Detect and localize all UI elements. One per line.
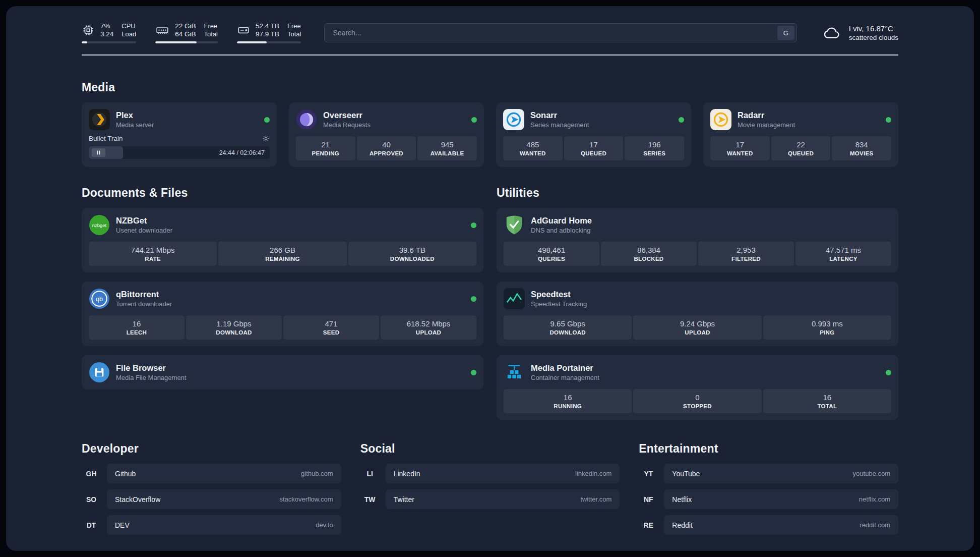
bookmark-row-youtube: YT YouTube youtube.com: [639, 464, 898, 483]
stat-download: 1.19 Gbps DOWNLOAD: [186, 315, 282, 340]
dashboard-panel: 7% CPU 3.24 Load 22 GiB Free 64 GiB Tota…: [6, 6, 974, 551]
disk-label-1: Free: [287, 22, 301, 30]
sonarr-card[interactable]: Sonarr Series management 485 WANTED 17 Q…: [496, 102, 691, 167]
topbar-divider: [82, 54, 898, 55]
stat-label: QUEUED: [773, 150, 829, 156]
card-titles: Radarr Movie management: [738, 110, 795, 129]
app-name: Radarr: [738, 110, 795, 120]
stat-label: DOWNLOAD: [506, 329, 630, 336]
app-name: Speedtest: [531, 290, 587, 299]
middle-columns: Documents & Files nzbget NZBGet Usenet d…: [82, 186, 898, 420]
bookmark-group-developer: Developer GH Github github.com SO StackO…: [82, 442, 341, 535]
bookmark-abbr: LI: [360, 470, 380, 478]
bookmark-link-github[interactable]: Github github.com: [107, 464, 341, 483]
player-progressbar[interactable]: 24:44 / 02:06:47: [89, 146, 270, 159]
stat-label: MOVIES: [834, 150, 889, 156]
stat-stopped: 0 STOPPED: [633, 389, 761, 413]
app-subtitle: DNS and adblocking: [531, 227, 592, 234]
weather-location: Lviv, 16.87°C: [849, 24, 898, 33]
bookmark-link-reddit[interactable]: Reddit reddit.com: [664, 515, 898, 535]
bookmark-url: reddit.com: [860, 521, 890, 529]
stat-movies: 834 MOVIES: [832, 136, 891, 160]
bookmark-row-github: GH Github github.com: [82, 464, 341, 483]
section-title-utilities: Utilities: [497, 186, 898, 200]
stat-value: 834: [834, 140, 889, 149]
stat-value: 16: [506, 393, 630, 402]
bookmark-name: DEV: [115, 521, 130, 529]
stat-approved: 40 APPROVED: [357, 136, 416, 160]
nzbget-icon: nzbget: [89, 214, 110, 236]
bookmark-list: LI LinkedIn linkedin.com TW Twitter twit…: [360, 464, 620, 509]
section-title-social: Social: [360, 442, 620, 456]
bookmark-url: github.com: [301, 470, 333, 477]
stat-remaining: 266 GB REMAINING: [218, 242, 346, 266]
bookmark-url: netflix.com: [859, 495, 890, 503]
stat-label: DOWNLOADED: [350, 256, 474, 262]
bookmark-url: dev.to: [316, 521, 333, 529]
card-titles: Overseerr Media Requests: [323, 110, 371, 129]
status-dot: [886, 117, 891, 123]
stat-value: 22: [773, 140, 829, 149]
stat-series: 196 SERIES: [625, 136, 684, 160]
portainer-icon: [504, 362, 525, 383]
bookmark-list: GH Github github.com SO StackOverflow st…: [82, 464, 341, 535]
overseerr-card[interactable]: Overseerr Media Requests 21 PENDING 40 A…: [289, 102, 484, 167]
cpu-label-1: CPU: [121, 22, 136, 30]
section-title-entertainment: Entertainment: [639, 442, 898, 456]
search-engine-button[interactable]: G: [777, 26, 794, 40]
stat-upload: 618.52 Mbps UPLOAD: [381, 315, 476, 340]
stats-row: 21 PENDING 40 APPROVED 945 AVAILABLE: [296, 136, 477, 160]
radarr-card[interactable]: Radarr Movie management 17 WANTED 22 QUE…: [703, 102, 898, 167]
bookmark-link-linkedin[interactable]: LinkedIn linkedin.com: [386, 464, 620, 483]
bookmark-row-dev: DT DEV dev.to: [82, 515, 341, 535]
file-browser-card[interactable]: File Browser Media File Management: [82, 355, 483, 389]
media-portainer-card[interactable]: Media Portainer Container management 16 …: [497, 355, 898, 420]
bookmark-link-netflix[interactable]: Netflix netflix.com: [664, 489, 898, 509]
status-dot: [471, 222, 476, 228]
bookmark-link-dev[interactable]: DEV dev.to: [107, 515, 341, 535]
bookmark-abbr: SO: [82, 495, 101, 504]
stat-label: PING: [765, 329, 889, 336]
cpu-value-1: 7%: [100, 22, 113, 30]
stat-label: WANTED: [712, 150, 768, 156]
app-name: Media Portainer: [531, 363, 599, 373]
stat-leech: 16 LEECH: [89, 315, 185, 340]
stat-wanted: 485 WANTED: [503, 136, 563, 160]
stats-row: 498,461 QUERIES 86,384 BLOCKED 2,953 FIL…: [504, 242, 891, 266]
stats-row: 485 WANTED 17 QUEUED 196 SERIES: [503, 136, 684, 160]
player-time: 24:44 / 02:06:47: [219, 149, 265, 156]
app-subtitle: Speedtest Tracking: [531, 300, 587, 308]
gear-icon[interactable]: [262, 135, 270, 142]
stat-label: UPLOAD: [635, 329, 759, 336]
overseerr-icon: [296, 109, 317, 130]
plex-icon: [89, 109, 110, 130]
stat-value: 471: [285, 319, 377, 328]
section-documents: Documents & Files nzbget NZBGet Usenet d…: [82, 186, 483, 389]
adguard-home-card[interactable]: AdGuard Home DNS and adblocking 498,461 …: [497, 208, 898, 272]
section-title-developer: Developer: [82, 442, 341, 456]
pause-button[interactable]: [92, 148, 105, 157]
stat-download: 9.65 Gbps DOWNLOAD: [504, 315, 632, 340]
card-header: Plex Media server: [89, 109, 270, 130]
now-playing-title: Bullet Train: [89, 135, 123, 142]
ram-metric: 22 GiB Free 64 GiB Total: [155, 22, 218, 43]
stat-label: DOWNLOAD: [188, 329, 280, 336]
stat-value: 0.993 ms: [765, 319, 889, 328]
search-input[interactable]: [324, 23, 797, 42]
bookmark-link-stackoverflow[interactable]: StackOverflow stackoverflow.com: [107, 489, 341, 509]
qbittorrent-icon: qb: [89, 288, 110, 309]
qbittorrent-card[interactable]: qb qBittorrent Torrent downloader 16 LEE…: [82, 282, 483, 346]
stat-value: 196: [627, 140, 682, 149]
bookmark-url: stackoverflow.com: [279, 495, 333, 503]
bookmark-link-youtube[interactable]: YouTube youtube.com: [664, 464, 898, 483]
window-frame: 7% CPU 3.24 Load 22 GiB Free 64 GiB Tota…: [0, 0, 980, 557]
ram-value-1: 22 GiB: [175, 22, 196, 30]
card-header: Speedtest Speedtest Tracking: [504, 288, 891, 309]
speedtest-card[interactable]: Speedtest Speedtest Tracking 9.65 Gbps D…: [497, 282, 898, 346]
bookmark-abbr: TW: [360, 495, 380, 504]
nzbget-card[interactable]: nzbget NZBGet Usenet downloader 744.21 M…: [82, 208, 483, 272]
stat-available: 945 AVAILABLE: [417, 136, 477, 160]
plex-card[interactable]: Plex Media server Bullet Train 24:44 / 0…: [82, 102, 277, 167]
bookmark-link-twitter[interactable]: Twitter twitter.com: [386, 489, 620, 509]
bookmark-name: Twitter: [394, 495, 414, 504]
